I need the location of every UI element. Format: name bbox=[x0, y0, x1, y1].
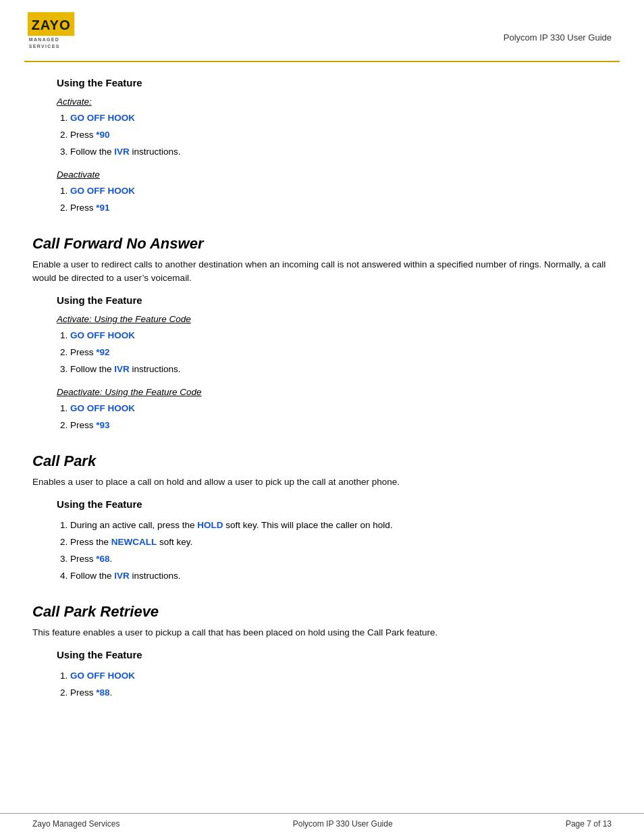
call-park-desc: Enables a user to place a call on hold a… bbox=[32, 475, 612, 489]
cfna-using-feature-heading: Using the Feature bbox=[57, 294, 612, 306]
list-item: Press *88. bbox=[70, 685, 612, 701]
code-hold: HOLD bbox=[197, 520, 223, 530]
cfna-body: Using the Feature Activate: Using the Fe… bbox=[57, 294, 612, 434]
deactivate-top-label: Deactivate bbox=[57, 170, 612, 180]
code-ivr-3: IVR bbox=[114, 571, 130, 581]
activate-top-label: Activate: bbox=[57, 97, 612, 107]
list-item: During an active call, press the HOLD so… bbox=[70, 518, 612, 533]
footer-left: Zayo Managed Services bbox=[32, 819, 119, 829]
go-off-hook-link-5[interactable]: GO OFF HOOK bbox=[70, 671, 135, 681]
call-park-retrieve-list: GO OFF HOOK Press *88. bbox=[70, 669, 612, 701]
list-item: GO OFF HOOK bbox=[70, 401, 612, 417]
list-item: Follow the IVR instructions. bbox=[70, 569, 612, 584]
list-item: Follow the IVR instructions. bbox=[70, 362, 612, 377]
code-star92: *92 bbox=[96, 347, 109, 357]
list-item: GO OFF HOOK bbox=[70, 111, 612, 126]
list-item: Press *91 bbox=[70, 201, 612, 216]
list-item: Press *92 bbox=[70, 345, 612, 361]
code-star91: *91 bbox=[96, 203, 109, 213]
section-using-feature-top: Using the Feature Activate: GO OFF HOOK … bbox=[32, 77, 612, 216]
activate-cfna-label: Activate: Using the Feature Code bbox=[57, 314, 612, 324]
code-star90: *90 bbox=[96, 130, 109, 140]
section-call-park: Call Park Enables a user to place a call… bbox=[32, 452, 612, 584]
call-park-retrieve-body: Using the Feature GO OFF HOOK Press *88. bbox=[57, 649, 612, 701]
code-newcall: NEWCALL bbox=[111, 537, 157, 547]
call-park-retrieve-using-feature-heading: Using the Feature bbox=[57, 649, 612, 660]
go-off-hook-link-4[interactable]: GO OFF HOOK bbox=[70, 403, 135, 413]
svg-text:ZAYO: ZAYO bbox=[32, 18, 71, 32]
list-item: GO OFF HOOK bbox=[70, 328, 612, 344]
footer-right: Page 7 of 13 bbox=[566, 819, 612, 829]
list-item: Press *90 bbox=[70, 128, 612, 143]
cfna-desc: Enable a user to redirect calls to anoth… bbox=[32, 258, 612, 286]
main-content: Using the Feature Activate: GO OFF HOOK … bbox=[0, 62, 644, 748]
call-park-retrieve-heading: Call Park Retrieve bbox=[32, 603, 612, 621]
list-item: Press *93 bbox=[70, 418, 612, 434]
header-title: Polycom IP 330 User Guide bbox=[504, 12, 612, 43]
cfna-heading: Call Forward No Answer bbox=[32, 235, 612, 253]
footer-center: Polycom IP 330 User Guide bbox=[293, 819, 393, 829]
list-item: Press the NEWCALL soft key. bbox=[70, 535, 612, 550]
activate-cfna-list: GO OFF HOOK Press *92 Follow the IVR ins… bbox=[70, 328, 612, 377]
svg-text:MANAGED: MANAGED bbox=[29, 37, 59, 42]
list-item: Press *68. bbox=[70, 552, 612, 567]
go-off-hook-link-2[interactable]: GO OFF HOOK bbox=[70, 186, 135, 196]
list-item: Follow the IVR instructions. bbox=[70, 145, 612, 160]
deactivate-top-list: GO OFF HOOK Press *91 bbox=[70, 184, 612, 216]
go-off-hook-link-3[interactable]: GO OFF HOOK bbox=[70, 330, 135, 340]
svg-text:SERVICES: SERVICES bbox=[29, 44, 60, 49]
code-star88: *88 bbox=[96, 687, 109, 698]
code-ivr-2: IVR bbox=[114, 364, 130, 374]
logo: ZAYO MANAGED SERVICES bbox=[24, 12, 112, 55]
list-item: GO OFF HOOK bbox=[70, 669, 612, 684]
code-ivr-1: IVR bbox=[114, 147, 130, 157]
using-feature-top-body: Using the Feature Activate: GO OFF HOOK … bbox=[57, 77, 612, 216]
deactivate-cfna-label: Deactivate: Using the Feature Code bbox=[57, 387, 612, 397]
deactivate-cfna-list: GO OFF HOOK Press *93 bbox=[70, 401, 612, 434]
call-park-body: Using the Feature During an active call,… bbox=[57, 498, 612, 584]
call-park-using-feature-heading: Using the Feature bbox=[57, 498, 612, 510]
code-star93: *93 bbox=[96, 420, 109, 430]
go-off-hook-link-1[interactable]: GO OFF HOOK bbox=[70, 113, 135, 123]
section-call-forward-no-answer: Call Forward No Answer Enable a user to … bbox=[32, 235, 612, 434]
using-feature-top-heading: Using the Feature bbox=[57, 77, 612, 88]
code-star68: *68 bbox=[96, 554, 109, 564]
section-call-park-retrieve: Call Park Retrieve This feature enables … bbox=[32, 603, 612, 701]
logo-svg: ZAYO MANAGED SERVICES bbox=[24, 12, 112, 53]
call-park-retrieve-desc: This feature enables a user to pickup a … bbox=[32, 626, 612, 640]
call-park-heading: Call Park bbox=[32, 452, 612, 470]
call-park-steps-list: During an active call, press the HOLD so… bbox=[70, 518, 612, 584]
page-header: ZAYO MANAGED SERVICES Polycom IP 330 Use… bbox=[0, 0, 644, 55]
page-footer: Zayo Managed Services Polycom IP 330 Use… bbox=[0, 813, 644, 834]
list-item: GO OFF HOOK bbox=[70, 184, 612, 199]
activate-top-list: GO OFF HOOK Press *90 Follow the IVR ins… bbox=[70, 111, 612, 160]
